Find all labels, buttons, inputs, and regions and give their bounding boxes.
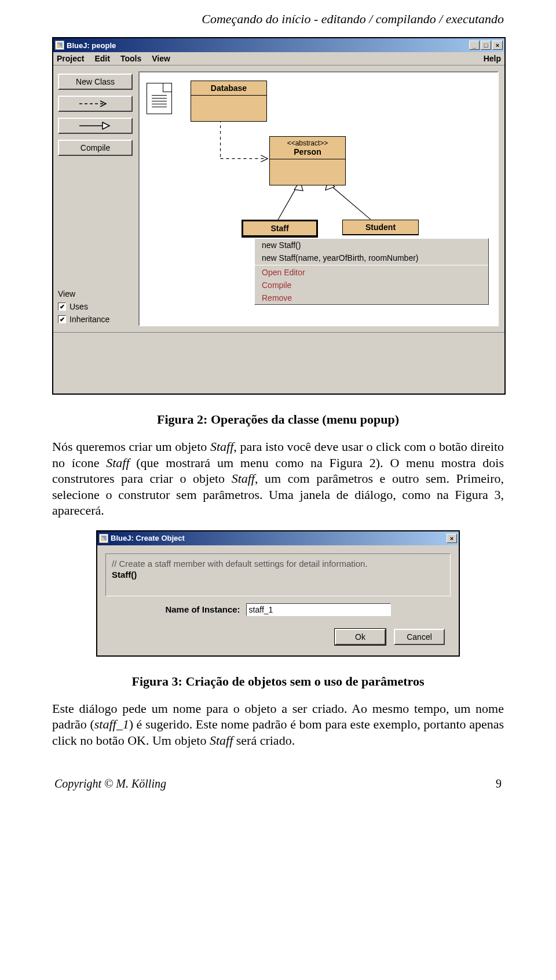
class-database-label: Database bbox=[191, 81, 266, 96]
class-person[interactable]: <<abstract>> Person bbox=[269, 136, 346, 185]
figure3-caption: Figura 3: Criação de objetos sem o uso d… bbox=[75, 674, 481, 689]
uses-checkbox[interactable]: ✔ bbox=[58, 303, 66, 311]
sidebar-view-panel: View ✔ Uses ✔ Inheritance bbox=[53, 289, 137, 324]
dialog-title: BlueJ: Create Object bbox=[111, 534, 447, 542]
page-header: Começando do início - editando / compila… bbox=[52, 12, 504, 27]
window-title: BlueJ: people bbox=[67, 41, 469, 50]
ctx-new-staff-args[interactable]: new Staff(name, yearOfBirth, roomNumber) bbox=[255, 252, 488, 264]
uses-checkbox-row[interactable]: ✔ Uses bbox=[58, 302, 133, 311]
class-student-label: Student bbox=[343, 220, 418, 235]
readme-icon[interactable] bbox=[147, 83, 172, 114]
class-student[interactable]: Student bbox=[342, 220, 419, 235]
minimize-button[interactable]: _ bbox=[469, 41, 480, 50]
signature-panel: // Create a staff member with default se… bbox=[105, 553, 451, 596]
close-button[interactable]: × bbox=[492, 41, 503, 50]
svg-line-5 bbox=[278, 185, 298, 219]
diagram-canvas[interactable]: Person --> Database bbox=[138, 71, 499, 326]
ctx-separator bbox=[255, 265, 488, 265]
copyright: Copyright © M. Kölling bbox=[54, 777, 166, 790]
class-database[interactable]: Database bbox=[191, 81, 267, 122]
class-staff-label: Staff bbox=[243, 221, 316, 236]
inheritance-checkbox[interactable]: ✔ bbox=[58, 315, 66, 323]
instance-name-label: Name of Instance: bbox=[165, 604, 240, 614]
page-footer: Copyright © M. Kölling 9 bbox=[52, 777, 504, 790]
uses-label: Uses bbox=[70, 302, 88, 311]
menu-help[interactable]: Help bbox=[484, 54, 501, 63]
ctx-compile[interactable]: Compile bbox=[255, 279, 488, 292]
maximize-button[interactable]: □ bbox=[481, 41, 491, 50]
ctx-new-staff-empty[interactable]: new Staff() bbox=[255, 239, 488, 252]
cancel-button[interactable]: Cancel bbox=[394, 629, 445, 645]
bluej-window: BlueJ: people _ □ × Project Edit Tools V… bbox=[52, 37, 506, 395]
constructor-signature: Staff() bbox=[112, 570, 444, 580]
svg-line-7 bbox=[330, 185, 371, 219]
view-label: View bbox=[58, 289, 133, 298]
inherit-arrow-button[interactable] bbox=[58, 118, 133, 134]
instance-name-input[interactable] bbox=[246, 603, 391, 616]
uses-arrow-button[interactable] bbox=[58, 96, 133, 112]
person-stereotype: <<abstract>> bbox=[275, 139, 341, 147]
class-staff[interactable]: Staff bbox=[242, 220, 318, 238]
menu-tools[interactable]: Tools bbox=[120, 54, 141, 63]
context-menu: new Staff() new Staff(name, yearOfBirth,… bbox=[254, 238, 489, 305]
menu-edit[interactable]: Edit bbox=[94, 54, 109, 63]
page-number: 9 bbox=[496, 777, 502, 790]
svg-marker-2 bbox=[103, 122, 109, 129]
ok-button[interactable]: Ok bbox=[335, 629, 386, 645]
ctx-open-editor[interactable]: Open Editor bbox=[255, 266, 488, 279]
menu-view[interactable]: View bbox=[152, 54, 170, 63]
object-bench[interactable] bbox=[53, 332, 504, 394]
new-class-button[interactable]: New Class bbox=[58, 74, 133, 90]
inheritance-label: Inheritance bbox=[70, 315, 109, 324]
compile-button[interactable]: Compile bbox=[58, 140, 133, 156]
constructor-comment: // Create a staff member with default se… bbox=[112, 559, 444, 569]
create-object-dialog: BlueJ: Create Object × // Create a staff… bbox=[96, 530, 460, 657]
dialog-app-icon bbox=[99, 534, 108, 543]
inheritance-checkbox-row[interactable]: ✔ Inheritance bbox=[58, 315, 133, 324]
class-person-label: Person bbox=[294, 147, 321, 156]
dialog-close-button[interactable]: × bbox=[447, 534, 457, 543]
ctx-remove[interactable]: Remove bbox=[255, 292, 488, 304]
paragraph-1: Nós queremos criar um objeto Staff, para… bbox=[52, 439, 504, 519]
menubar: Project Edit Tools View Help bbox=[53, 52, 504, 65]
dialog-titlebar: BlueJ: Create Object × bbox=[97, 531, 459, 545]
titlebar: BlueJ: people _ □ × bbox=[53, 38, 504, 52]
paragraph-2: Este diálogo pede um nome para o objeto … bbox=[52, 701, 504, 749]
app-icon bbox=[55, 41, 64, 50]
figure2-caption: Figura 2: Operações da classe (menu popu… bbox=[75, 412, 481, 427]
menu-project[interactable]: Project bbox=[57, 54, 84, 63]
